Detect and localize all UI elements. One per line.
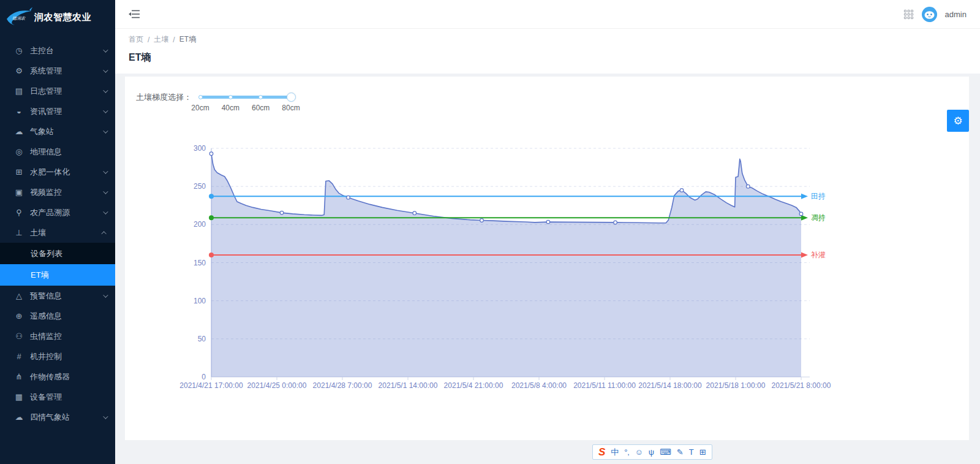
- sidebar-item-5[interactable]: ◎地理信息: [0, 142, 115, 162]
- log-icon: ▤: [14, 86, 24, 96]
- svg-text:2021/4/25 0:00:00: 2021/4/25 0:00:00: [247, 381, 307, 390]
- sidebar-item-13[interactable]: #机井控制: [0, 346, 115, 367]
- sidebar-item-16[interactable]: ☁四情气象站: [0, 407, 115, 427]
- svg-text:300: 300: [194, 144, 206, 153]
- breadcrumb-item-0[interactable]: 首页: [129, 34, 143, 45]
- slider-label: 土壤梯度选择：: [136, 93, 192, 102]
- chevron-down-icon: [103, 108, 108, 113]
- warning-icon: △: [14, 291, 24, 300]
- emoji-icon[interactable]: ☺: [635, 448, 643, 456]
- svg-text:2021/5/18 1:00:00: 2021/5/18 1:00:00: [706, 381, 766, 390]
- sidebar-subitem-ET墒[interactable]: ET墒: [0, 264, 115, 286]
- chevron-down-icon: [103, 292, 108, 297]
- svg-text:2021/5/11 11:00:00: 2021/5/11 11:00:00: [573, 381, 636, 390]
- sidebar-item-12[interactable]: ⚇虫情监控: [0, 326, 115, 346]
- sidebar-item-label: 作物传感器: [30, 371, 107, 382]
- slider-stop[interactable]: [228, 95, 233, 99]
- sidebar-item-label: 遥感信息: [30, 311, 107, 322]
- keyboard-icon[interactable]: ⌨: [660, 448, 671, 456]
- chevron-down-icon: [103, 189, 108, 194]
- device-manage-icon: ▦: [14, 392, 24, 401]
- main-area: admin 首页/土壤/ET墒 ET墒: [115, 0, 980, 74]
- chevron-down-icon: [103, 414, 108, 419]
- sidebar-item-label: 视频监控: [30, 187, 103, 198]
- voice-icon[interactable]: ψ: [649, 448, 654, 456]
- sidebar-item-2[interactable]: ▤日志管理: [0, 81, 115, 101]
- toolbox-icon[interactable]: ⊞: [699, 448, 706, 456]
- sidebar-item-15[interactable]: ▦设备管理: [0, 387, 115, 407]
- handwriting-icon[interactable]: ✎: [677, 448, 684, 456]
- chinese-mode-icon[interactable]: 中: [611, 448, 619, 456]
- menu-fold-icon[interactable]: [129, 10, 140, 18]
- sidebar-item-0[interactable]: ◷主控台: [0, 40, 115, 61]
- svg-text:德润农: 德润农: [12, 16, 26, 20]
- sidebar-item-6[interactable]: ⊞水肥一体化: [0, 162, 115, 182]
- skin-icon[interactable]: T: [689, 448, 694, 456]
- sidebar-item-11[interactable]: ⊕遥感信息: [0, 306, 115, 326]
- content-card: 0501001502002503002021/4/21 17:00:002021…: [125, 77, 969, 440]
- logo-swoosh-icon: 德润农: [5, 7, 33, 28]
- breadcrumb-separator: /: [173, 36, 175, 44]
- sidebar-item-14[interactable]: ⋔作物传感器: [0, 367, 115, 387]
- pest-monitor-icon: ⚇: [14, 332, 24, 341]
- avatar[interactable]: [922, 7, 937, 22]
- top-header: admin: [115, 0, 980, 29]
- svg-text:50: 50: [198, 335, 206, 343]
- sogou-logo-icon[interactable]: S: [598, 447, 605, 457]
- svg-text:2021/5/1 14:00:00: 2021/5/1 14:00:00: [379, 381, 438, 390]
- video-monitor-icon: ▣: [14, 188, 24, 197]
- sidebar-item-label: 四情气象站: [30, 412, 103, 423]
- dashboard-icon: ◷: [14, 46, 24, 55]
- svg-text:200: 200: [194, 220, 206, 229]
- weather-station-icon: ☁: [14, 127, 24, 136]
- sidebar-item-label: 机井控制: [30, 351, 107, 362]
- svg-text:2021/5/8 4:00:00: 2021/5/8 4:00:00: [511, 381, 567, 390]
- sidebar-item-label: 日志管理: [30, 86, 103, 97]
- app-title: 润农智慧农业: [34, 12, 91, 23]
- slider-stop[interactable]: [198, 95, 203, 99]
- chevron-down-icon: [103, 47, 108, 52]
- page-title: ET墒: [129, 51, 967, 64]
- settings-gear-button[interactable]: ⚙: [947, 110, 969, 132]
- news-icon: ◒: [14, 107, 24, 116]
- sidebar-item-4[interactable]: ☁气象站: [0, 121, 115, 142]
- svg-text:凋持: 凋持: [811, 213, 826, 222]
- soil-depth-slider[interactable]: 20cm40cm60cm80cm: [200, 96, 291, 120]
- svg-text:150: 150: [194, 259, 206, 267]
- sidebar-item-label: 水肥一体化: [30, 167, 103, 178]
- slider-mark-label: 20cm: [187, 104, 214, 112]
- ime-toolbar: S中°‚☺ψ⌨✎T⊞: [592, 444, 712, 460]
- sidebar-subitem-设备列表[interactable]: 设备列表: [0, 243, 115, 264]
- system-settings-icon: ⚙: [14, 66, 24, 75]
- sidebar-item-label: 预警信息: [30, 291, 103, 302]
- svg-text:2021/5/4 21:00:00: 2021/5/4 21:00:00: [444, 381, 503, 390]
- slider-mark-label: 80cm: [277, 104, 304, 112]
- sidebar-item-3[interactable]: ◒资讯管理: [0, 101, 115, 121]
- gear-icon: ⚙: [953, 115, 962, 127]
- breadcrumb-item-1[interactable]: 土壤: [154, 34, 168, 45]
- chevron-down-icon: [103, 209, 108, 214]
- slider-mark-label: 60cm: [247, 104, 274, 112]
- svg-text:补灌: 补灌: [810, 251, 826, 259]
- sidebar-item-9[interactable]: ⊥土壤: [0, 222, 115, 243]
- sidebar-item-7[interactable]: ▣视频监控: [0, 182, 115, 202]
- chevron-down-icon: [103, 88, 108, 93]
- trace-icon: ⚲: [14, 208, 24, 217]
- slider-handle[interactable]: [287, 93, 296, 102]
- svg-text:0: 0: [202, 373, 206, 381]
- punctuation-icon[interactable]: °‚: [624, 448, 629, 456]
- svg-text:2021/5/21 8:00:00: 2021/5/21 8:00:00: [772, 381, 831, 390]
- sidebar-item-10[interactable]: △预警信息: [0, 286, 115, 306]
- logo: 德润农 润农智慧农业: [0, 0, 115, 34]
- sidebar-item-label: 系统管理: [30, 66, 103, 77]
- sidebar-item-1[interactable]: ⚙系统管理: [0, 61, 115, 81]
- slider-track[interactable]: [200, 96, 291, 99]
- sidebar-item-8[interactable]: ⚲农产品溯源: [0, 202, 115, 222]
- username[interactable]: admin: [945, 10, 967, 19]
- apps-grid-icon[interactable]: [903, 9, 914, 20]
- sidebar-item-label: 虫情监控: [30, 331, 107, 342]
- sidebar-item-label: 土壤: [30, 227, 103, 238]
- breadcrumb-item-2: ET墒: [179, 34, 196, 45]
- sidebar-item-label: 地理信息: [30, 146, 107, 158]
- slider-mark-label: 40cm: [217, 104, 244, 112]
